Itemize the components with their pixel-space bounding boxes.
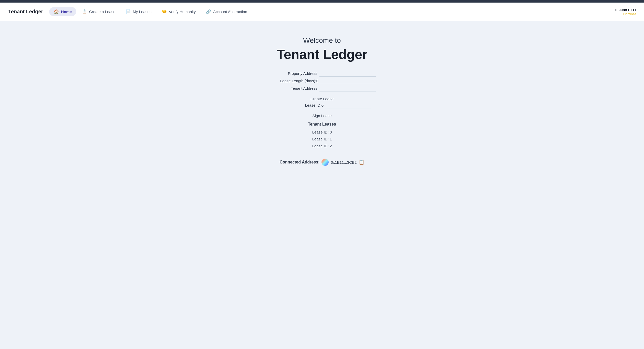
nav-label-account-abstraction: Account Abstraction	[213, 9, 247, 14]
tenant-leases-section: Tenant Leases Lease ID: 0Lease ID: 1Leas…	[308, 122, 336, 149]
app-title: Tenant Ledger	[277, 47, 367, 62]
eth-amount: 0.9988 ETH	[615, 8, 636, 12]
lease-id-label: Lease ID:0	[273, 103, 325, 107]
property-address-label: Property Address:	[268, 71, 319, 76]
lease-length-input[interactable]	[319, 78, 376, 84]
lease-item-1: Lease ID: 1	[308, 136, 336, 142]
nav-item-account-abstraction[interactable]: 🔗Account Abstraction	[201, 7, 252, 16]
nav-item-verify-humanity[interactable]: 🤝Verify Humanity	[157, 7, 200, 16]
nav-icon-verify-humanity: 🤝	[162, 9, 167, 14]
copy-address-icon[interactable]: 📋	[359, 159, 364, 165]
lease-id-input[interactable]	[325, 102, 371, 108]
lease-length-label: Lease Length (days):0	[268, 79, 319, 83]
property-address-row: Property Address:	[258, 70, 386, 77]
nav-links: 🏠Home📋Create a Lease📄My Leases🤝Verify Hu…	[49, 7, 252, 16]
network-label: Hardhat	[623, 12, 636, 16]
welcome-text: Welcome to	[303, 36, 341, 45]
wallet-info: 0.9988 ETH Hardhat	[615, 8, 636, 16]
brand-name: Tenant Ledger	[8, 9, 43, 15]
nav-label-my-leases: My Leases	[133, 9, 152, 14]
nav-item-home[interactable]: 🏠Home	[49, 7, 76, 16]
wallet-address-value: 0x1E11...3CB2	[331, 160, 357, 165]
nav-item-create-lease[interactable]: 📋Create a Lease	[77, 7, 120, 16]
nav-label-home: Home	[61, 9, 72, 14]
wallet-avatar-icon	[321, 159, 329, 166]
nav-icon-my-leases: 📄	[126, 9, 131, 14]
nav-label-create-lease: Create a Lease	[89, 9, 116, 14]
create-lease-button[interactable]: Create Lease	[310, 97, 334, 101]
nav-label-verify-humanity: Verify Humanity	[169, 9, 196, 14]
tenant-leases-title: Tenant Leases	[308, 122, 336, 127]
connected-address-section: Connected Address: 0x1E11...3CB2 📋	[280, 159, 365, 166]
lease-id-row: Lease ID:0	[258, 102, 386, 108]
nav-icon-home: 🏠	[54, 9, 59, 14]
nav-icon-account-abstraction: 🔗	[206, 9, 211, 14]
tenant-address-row: Tenant Address:	[258, 85, 386, 91]
lease-length-row: Lease Length (days):0	[258, 78, 386, 84]
lease-item-0: Lease ID: 0	[308, 129, 336, 136]
tenant-address-input[interactable]	[319, 85, 376, 91]
connected-address-label: Connected Address:	[280, 160, 320, 165]
browser-bar	[0, 0, 644, 3]
main-content: Welcome to Tenant Ledger Property Addres…	[0, 21, 644, 181]
property-address-input[interactable]	[319, 70, 376, 77]
sign-lease-button[interactable]: Sign Lease	[312, 114, 331, 118]
lease-form: Property Address: Lease Length (days):0 …	[258, 70, 386, 149]
tenant-address-label: Tenant Address:	[268, 86, 319, 90]
lease-item-2: Lease ID: 2	[308, 142, 336, 149]
navbar: Tenant Ledger 🏠Home📋Create a Lease📄My Le…	[0, 3, 644, 21]
lease-items-list: Lease ID: 0Lease ID: 1Lease ID: 2	[308, 129, 336, 149]
navbar-left: Tenant Ledger 🏠Home📋Create a Lease📄My Le…	[8, 7, 252, 16]
nav-item-my-leases[interactable]: 📄My Leases	[121, 7, 156, 16]
nav-icon-create-lease: 📋	[82, 9, 87, 14]
